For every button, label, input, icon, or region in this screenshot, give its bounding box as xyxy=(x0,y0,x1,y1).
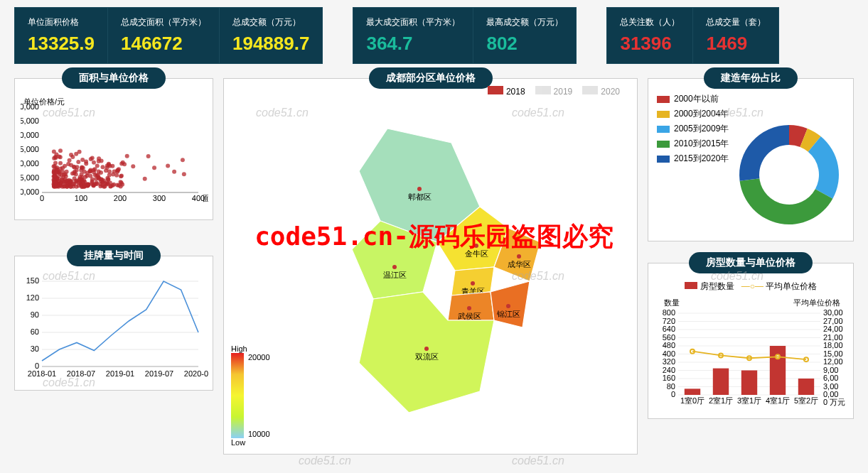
svg-point-147 xyxy=(117,183,121,187)
svg-text:120: 120 xyxy=(26,293,39,302)
legend-item[interactable]: 2010到2015年 xyxy=(657,138,729,150)
svg-text:15,000: 15,000 xyxy=(21,145,39,153)
svg-point-153 xyxy=(76,160,80,164)
watermark: code51.cn xyxy=(299,455,351,467)
gradient-bar-icon xyxy=(231,353,244,438)
svg-point-275 xyxy=(146,154,151,158)
svg-point-171 xyxy=(97,170,101,174)
svg-text:6,00: 6,00 xyxy=(823,374,838,382)
svg-rect-356 xyxy=(685,388,700,395)
svg-text:锦江区: 锦江区 xyxy=(496,310,520,318)
kpi-total-area: 总成交面积（平方米）146672 xyxy=(107,7,219,64)
kpi-label: 总关注数（人） xyxy=(620,16,680,28)
svg-text:5,000: 5,000 xyxy=(21,173,39,182)
panel-title: 成都部分区单位价格 xyxy=(369,67,493,89)
kpi-value: 146672 xyxy=(121,33,206,55)
svg-point-274 xyxy=(105,180,109,185)
svg-text:150: 150 xyxy=(26,276,39,285)
svg-text:30,000: 30,000 xyxy=(21,102,39,111)
svg-text:10,000: 10,000 xyxy=(21,159,39,168)
line-chart[interactable]: 03060901201502018-012018-072019-012019-0… xyxy=(21,271,208,384)
map-chart[interactable]: 郫都区温江区金牛区成华区青羊区武侯区锦江区双流区 xyxy=(224,93,622,434)
svg-text:25,000: 25,000 xyxy=(21,116,39,125)
svg-point-270 xyxy=(105,165,109,170)
svg-point-227 xyxy=(92,167,97,171)
svg-text:郫都区: 郫都区 xyxy=(408,192,432,201)
svg-text:3,00: 3,00 xyxy=(823,382,838,391)
svg-text:0 万元: 0 万元 xyxy=(823,398,845,406)
svg-point-282 xyxy=(143,177,147,181)
svg-point-316 xyxy=(506,304,510,308)
year-2020[interactable]: 2020 xyxy=(601,87,620,97)
svg-point-163 xyxy=(120,183,124,187)
legend-item[interactable]: 2015到2020年 xyxy=(657,153,729,165)
svg-text:9,00: 9,00 xyxy=(823,366,838,374)
legend-item[interactable]: 2005到2009年 xyxy=(657,123,729,135)
legend-low: Low xyxy=(231,438,270,447)
svg-rect-360 xyxy=(741,371,757,396)
kpi-value: 194889.7 xyxy=(232,33,309,55)
map-year-legend[interactable]: 2018 2019 2020 xyxy=(488,86,620,97)
legend-bar: 房型数量 xyxy=(700,281,734,291)
panel-title: 面积与单位价格 xyxy=(62,67,166,89)
kpi-total-amount: 总成交额（万元）194889.7 xyxy=(219,7,323,64)
svg-rect-362 xyxy=(770,346,786,395)
kpi-group-2: 最大成交面积（平方米）364.7 最高成交额（万元）802 xyxy=(353,7,577,64)
svg-point-260 xyxy=(102,185,106,189)
svg-text:15,00: 15,00 xyxy=(823,349,843,358)
svg-point-167 xyxy=(100,158,104,163)
svg-text:800: 800 xyxy=(663,308,675,317)
map-gradient-legend: High 20000 10000 Low xyxy=(231,344,270,447)
donut-legend[interactable]: 2000年以前2000到2004年2005到2009年2010到2015年201… xyxy=(657,93,729,168)
kpi-label: 总成交额（万元） xyxy=(232,16,309,28)
year-2019[interactable]: 2019 xyxy=(554,87,573,97)
kpi-label: 单位面积价格 xyxy=(28,16,95,28)
svg-point-117 xyxy=(84,159,88,163)
kpi-followers: 总关注数（人）31396 xyxy=(606,7,692,64)
svg-text:200: 200 xyxy=(114,194,127,202)
panel-title: 挂牌量与时间 xyxy=(67,245,161,266)
svg-point-265 xyxy=(68,180,73,184)
legend-item[interactable]: 2000年以前 xyxy=(657,93,729,105)
svg-text:双流区: 双流区 xyxy=(415,352,439,361)
svg-point-318 xyxy=(424,347,429,351)
svg-point-286 xyxy=(131,164,135,168)
svg-text:3室1厅: 3室1厅 xyxy=(737,396,761,405)
svg-text:720: 720 xyxy=(663,317,675,325)
svg-text:0: 0 xyxy=(40,194,44,202)
panel-title: 建造年份占比 xyxy=(704,67,798,89)
kpi-label: 总成交量（套） xyxy=(706,16,766,28)
svg-text:560: 560 xyxy=(663,333,675,342)
svg-point-266 xyxy=(69,163,73,168)
kpi-max-area: 最大成交面积（平方米）364.7 xyxy=(353,7,473,64)
svg-point-264 xyxy=(112,183,116,187)
svg-point-234 xyxy=(116,168,120,173)
svg-text:320: 320 xyxy=(663,357,675,366)
legend-item[interactable]: 2000到2004年 xyxy=(657,108,729,120)
scatter-chart[interactable]: 单位价格/元0,0005,00010,00015,00020,00025,000… xyxy=(21,93,208,214)
svg-text:5室2厅: 5室2厅 xyxy=(794,396,818,405)
kpi-value: 802 xyxy=(486,33,563,55)
legend-high-val: 20000 xyxy=(248,353,270,361)
svg-point-101 xyxy=(101,165,105,169)
svg-text:20,000: 20,000 xyxy=(21,131,39,139)
kpi-unit-price: 单位面积价格13325.9 xyxy=(14,7,107,64)
svg-rect-358 xyxy=(713,369,729,395)
combo-chart[interactable]: 数量平均单位价格0801602403204004805606407208000,… xyxy=(654,295,846,416)
svg-text:240: 240 xyxy=(663,366,675,374)
svg-point-314 xyxy=(467,306,471,310)
svg-text:24,00: 24,00 xyxy=(823,325,843,333)
svg-point-262 xyxy=(88,169,92,173)
svg-point-45 xyxy=(107,169,112,173)
year-2018[interactable]: 2018 xyxy=(506,87,525,97)
svg-point-239 xyxy=(89,157,93,161)
svg-text:18,00: 18,00 xyxy=(823,341,843,349)
svg-point-308 xyxy=(474,244,478,248)
svg-point-258 xyxy=(58,155,63,159)
svg-point-132 xyxy=(83,175,87,179)
svg-point-280 xyxy=(125,154,129,158)
kpi-label: 总成交面积（平方米） xyxy=(121,16,206,28)
combo-legend[interactable]: 房型数量 —○— 平均单位价格 xyxy=(654,281,847,293)
combo-panel: 房型数量与单位价格 房型数量 —○— 平均单位价格 数量平均单位价格080160… xyxy=(648,263,854,419)
svg-text:2018-07: 2018-07 xyxy=(67,369,95,378)
